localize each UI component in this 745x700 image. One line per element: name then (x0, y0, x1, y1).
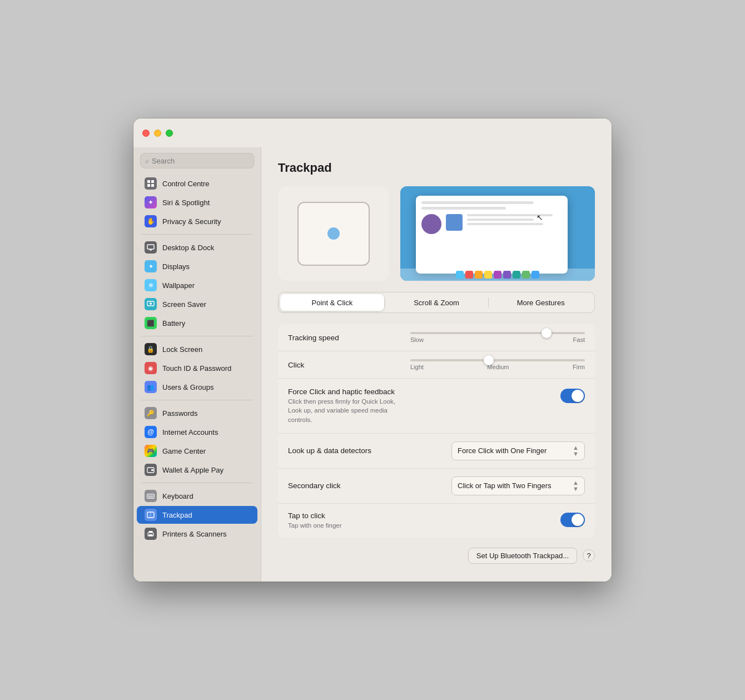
lock-icon: 🔒 (145, 343, 157, 355)
force-click-toggle-knob (572, 390, 584, 402)
sidebar-divider (141, 336, 253, 336)
secondary-click-row: Secondary click Click or Tap with Two Fi… (278, 469, 595, 504)
sidebar-item-siri[interactable]: ✦ Siri & Spotlight (137, 193, 257, 211)
sidebar-item-wallet[interactable]: Wallet & Apple Pay (137, 461, 257, 479)
sidebar-item-label: Printers & Scanners (162, 530, 227, 538)
click-firm-label: Firm (573, 364, 585, 370)
svg-rect-2 (147, 184, 150, 187)
svg-rect-14 (153, 495, 154, 496)
users-icon: 👥 (145, 381, 157, 393)
dock-icon (494, 271, 501, 279)
click-track[interactable] (410, 359, 585, 361)
sidebar-item-label: Internet Accounts (162, 428, 218, 436)
sidebar-item-displays[interactable]: ✦ Displays (137, 257, 257, 275)
force-click-toggle[interactable] (560, 389, 585, 403)
lookup-dropdown[interactable]: Force Click with One Finger ▲ ▼ (451, 441, 585, 460)
tracking-speed-slider-container: Slow Fast (410, 332, 585, 343)
svg-rect-4 (147, 245, 154, 249)
siri-icon: ✦ (145, 196, 157, 208)
trackpad-icon (145, 509, 157, 521)
sidebar-item-label: Touch ID & Password (162, 364, 231, 373)
svg-point-7 (150, 302, 152, 305)
dock-icon (532, 271, 539, 279)
sidebar-item-label: Privacy & Security (162, 217, 221, 226)
sidebar-item-control-centre[interactable]: Control Centre (137, 175, 257, 192)
dock-icon (503, 271, 511, 279)
lookup-dropdown-value: Force Click with One Finger (458, 446, 547, 455)
search-bar[interactable]: ⌕ (140, 153, 254, 168)
force-click-label-area: Force Click and haptic feedback Click th… (288, 388, 410, 424)
secondary-click-dropdown-arrows: ▲ ▼ (573, 480, 579, 492)
dock-icon (484, 271, 492, 279)
trackpad-preview: ↖ (278, 186, 595, 281)
click-row: Click Light Medium Firm (278, 351, 595, 379)
sidebar-item-gamecenter[interactable]: 🎮 Game Center (137, 442, 257, 460)
sidebar-divider (141, 483, 253, 483)
tab-more-gestures[interactable]: More Gestures (489, 294, 593, 311)
click-slider-container: Light Medium Firm (410, 359, 585, 370)
tab-scroll-zoom[interactable]: Scroll & Zoom (385, 294, 489, 311)
title-bar (133, 118, 612, 147)
tab-point-click[interactable]: Point & Click (280, 294, 384, 311)
secondary-click-dropdown[interactable]: Click or Tap with Two Fingers ▲ ▼ (451, 476, 585, 495)
sidebar-item-label: Displays (162, 262, 190, 271)
tap-to-click-row: Tap to click Tap with one finger (278, 504, 595, 538)
sidebar-item-trackpad[interactable]: Trackpad (137, 506, 257, 524)
dock-icon (522, 271, 530, 279)
sidebar-item-passwords[interactable]: 🔑 Passwords (137, 404, 257, 422)
sidebar-item-printers[interactable]: Printers & Scanners (137, 525, 257, 543)
anim-line (421, 207, 506, 210)
sidebar-item-label: Desktop & Dock (162, 244, 214, 252)
sidebar-item-wallpaper[interactable]: ❄ Wallpaper (137, 276, 257, 294)
sidebar-divider (141, 234, 253, 235)
svg-rect-13 (151, 495, 152, 496)
main-panel: Trackpad (261, 147, 612, 581)
bluetooth-trackpad-button[interactable]: Set Up Bluetooth Trackpad... (468, 548, 577, 564)
svg-rect-1 (151, 180, 154, 183)
dock-icon (513, 271, 520, 279)
internet-icon: @ (145, 426, 157, 438)
svg-rect-10 (147, 494, 155, 498)
sidebar-item-desktop[interactable]: Desktop & Dock (137, 239, 257, 256)
tracking-speed-labels: Slow Fast (410, 336, 585, 343)
anim-window: ↖ (416, 196, 568, 273)
sidebar-item-keyboard[interactable]: Keyboard (137, 487, 257, 505)
svg-rect-20 (149, 534, 153, 537)
maximize-button[interactable] (166, 130, 173, 137)
sidebar-item-lock[interactable]: 🔒 Lock Screen (137, 340, 257, 358)
sidebar-item-touchid[interactable]: ◉ Touch ID & Password (137, 359, 257, 377)
click-labels: Light Medium Firm (410, 364, 585, 370)
click-thumb[interactable] (484, 355, 494, 365)
tracking-speed-thumb[interactable] (542, 328, 552, 338)
control-centre-icon (145, 177, 157, 190)
minimize-button[interactable] (154, 130, 161, 137)
screensaver-icon (145, 298, 157, 310)
desktop-icon (145, 241, 157, 254)
close-button[interactable] (142, 130, 150, 137)
sidebar-item-screensaver[interactable]: Screen Saver (137, 295, 257, 313)
printers-icon (145, 528, 157, 540)
svg-rect-9 (151, 469, 153, 471)
sidebar: ⌕ Control Centre ✦ Siri & Spotlight ✋ Pr… (133, 147, 261, 581)
sidebar-item-label: Screen Saver (162, 300, 206, 309)
lookup-dropdown-arrows: ▲ ▼ (573, 445, 579, 457)
tracking-speed-track[interactable] (410, 332, 585, 334)
trackpad-dot (327, 227, 340, 240)
search-input[interactable] (152, 157, 249, 165)
sidebar-item-internet[interactable]: @ Internet Accounts (137, 423, 257, 441)
tap-to-click-toggle[interactable] (560, 513, 585, 527)
sidebar-item-users[interactable]: 👥 Users & Groups (137, 378, 257, 396)
privacy-icon: ✋ (145, 215, 157, 227)
trackpad-pad (297, 202, 370, 266)
battery-icon: ⬛ (145, 317, 157, 329)
tracking-speed-slow-label: Slow (410, 336, 424, 343)
sidebar-item-battery[interactable]: ⬛ Battery (137, 314, 257, 332)
tap-to-click-label: Tap to click (288, 512, 410, 520)
sidebar-item-label: Control Centre (162, 180, 210, 188)
click-control: Light Medium Firm (410, 359, 585, 370)
secondary-click-control: Click or Tap with Two Fingers ▲ ▼ (410, 476, 585, 495)
sidebar-item-privacy[interactable]: ✋ Privacy & Security (137, 212, 257, 230)
svg-rect-19 (149, 531, 153, 533)
gamecenter-icon: 🎮 (145, 445, 157, 457)
help-button[interactable]: ? (583, 549, 595, 562)
